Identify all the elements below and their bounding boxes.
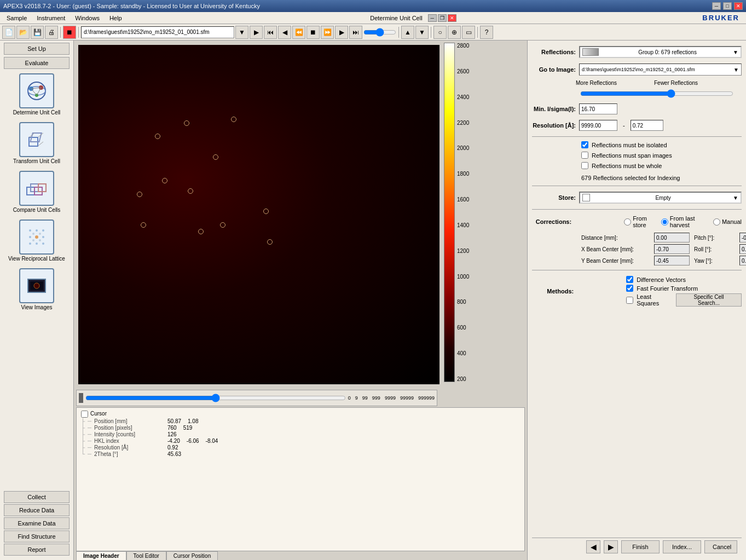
distance-input[interactable]	[654, 233, 690, 243]
setup-button[interactable]: Set Up	[4, 43, 70, 55]
back-nav-button[interactable]: ◀	[586, 540, 600, 553]
resolution-from-input[interactable]	[579, 120, 617, 131]
crosshair-tool[interactable]: ⊕	[448, 26, 461, 39]
separator-3	[398, 27, 399, 38]
menu-item-windows[interactable]: Windows	[71, 14, 104, 22]
resolution-to-input[interactable]	[631, 120, 663, 131]
roll-input[interactable]	[739, 244, 746, 254]
position-mm-x: 50.87	[167, 418, 181, 424]
sidebar-item-view-reciprocal[interactable]: View Reciprocal Lattice	[4, 217, 70, 264]
from-harvest-radio[interactable]	[661, 218, 668, 226]
window-restore-button[interactable]: ❐	[438, 14, 447, 22]
min-isigma-input[interactable]	[579, 103, 617, 114]
menu-item-help[interactable]: Help	[105, 14, 126, 22]
sidebar-item-view-images[interactable]: View Images	[4, 266, 70, 313]
pitch-input[interactable]	[739, 233, 746, 243]
from-store-option[interactable]: From store	[624, 215, 657, 228]
index-button[interactable]: Index...	[663, 540, 701, 553]
manual-option[interactable]: Manual	[713, 218, 742, 226]
dropdown-arrow[interactable]: ▼	[235, 26, 248, 39]
tab-cursor-position[interactable]: Cursor Position	[166, 551, 218, 560]
stop-frame-button[interactable]: ⏹	[307, 26, 320, 39]
skip-back-button[interactable]: ⏮	[264, 26, 277, 39]
help-button[interactable]: ?	[480, 26, 493, 39]
close-button[interactable]: ✕	[734, 2, 743, 10]
toolbar: 📄 📂 💾 🖨 ⏹ ▼ ▶ ⏮ ◀ ⏪ ⏹ ⏩ ▶ ⏭ ▲ ▼ ○ ⊕ ▭ ?	[0, 24, 746, 41]
report-button[interactable]: Report	[4, 544, 70, 556]
reflections-dropdown[interactable]: Group 0: 679 reflections ▼	[579, 46, 742, 58]
menu-item-sample[interactable]: Sample	[2, 14, 31, 22]
reflections-label: Reflections:	[532, 49, 576, 55]
reduce-data-button[interactable]: Reduce Data	[4, 504, 70, 516]
manual-radio[interactable]	[713, 218, 720, 226]
image-right-layout: 2800260024002200200018001600140012001000…	[74, 41, 746, 560]
open-button[interactable]: 📂	[16, 26, 30, 39]
file-path-input[interactable]	[81, 26, 234, 38]
goto-image-dropdown[interactable]: d:\frames\guest\m19252\mo_m19252_01_0001…	[579, 63, 742, 76]
scale-number: 2600	[457, 68, 469, 74]
skip-fwd-button[interactable]: ⏭	[349, 26, 362, 39]
timeline-area[interactable]: 0 9 99 999 9999 99999 999999	[76, 390, 437, 406]
cb-span[interactable]	[581, 152, 588, 159]
store-dropdown[interactable]: Empty ▼	[579, 192, 742, 204]
y-beam-input[interactable]	[654, 256, 690, 265]
cb-whole[interactable]	[581, 162, 588, 169]
reflection-dot	[198, 229, 204, 234]
least-squares-row[interactable]: Least Squares	[626, 293, 672, 307]
step-back-button[interactable]: ◀	[278, 26, 291, 39]
detector-image-container[interactable]	[78, 45, 439, 384]
rect-tool[interactable]: ▭	[462, 26, 475, 39]
maximize-button[interactable]: □	[723, 2, 732, 10]
circle-tool[interactable]: ○	[433, 26, 447, 39]
timeline-slider[interactable]	[85, 394, 346, 402]
methods-row: Methods: Difference Vectors Fast Fourier…	[532, 276, 742, 307]
fft-row[interactable]: Fast Fourier Transform	[626, 285, 742, 292]
down-button[interactable]: ▼	[415, 26, 429, 39]
hkl-h: -4.20	[167, 438, 180, 444]
finish-button[interactable]: Finish	[621, 540, 660, 553]
diff-vectors-row[interactable]: Difference Vectors	[626, 276, 742, 283]
window-close-button[interactable]: ✕	[448, 14, 456, 22]
isigma-slider[interactable]	[580, 89, 733, 98]
cb-isolated[interactable]	[581, 141, 588, 148]
sidebar-item-determine-unit-cell[interactable]: Determine Unit Cell	[4, 71, 70, 118]
stop-button[interactable]: ⏹	[63, 26, 76, 39]
cursor-checkbox[interactable]	[81, 411, 88, 418]
from-harvest-option[interactable]: From last harvest	[661, 215, 709, 228]
forward-nav-button[interactable]: ▶	[604, 540, 618, 553]
collect-button[interactable]: Collect	[4, 491, 70, 503]
sidebar-item-transform-unit-cell[interactable]: Transform Unit Cell	[4, 120, 70, 166]
examine-data-button[interactable]: Examine Data	[4, 517, 70, 529]
cb-fft[interactable]	[626, 285, 633, 292]
print-button[interactable]: 🖨	[45, 26, 58, 39]
new-button[interactable]: 📄	[2, 26, 15, 39]
menu-item-instrument[interactable]: Instrument	[32, 14, 70, 22]
svg-point-26	[32, 233, 34, 235]
save-button[interactable]: 💾	[31, 26, 44, 39]
minimize-button[interactable]: ─	[712, 2, 721, 10]
tab-image-header[interactable]: Image Header	[76, 551, 126, 560]
go-forward-button[interactable]: ▶	[250, 26, 263, 39]
yaw-input[interactable]	[739, 256, 746, 265]
cb-diff-vectors[interactable]	[626, 276, 633, 283]
find-structure-button[interactable]: Find Structure	[4, 530, 70, 542]
cancel-button[interactable]: Cancel	[704, 540, 737, 553]
x-beam-input[interactable]	[654, 244, 690, 254]
tab-tool-editor[interactable]: Tool Editor	[126, 551, 166, 560]
scale-9999: 9999	[383, 395, 398, 401]
cb-least-squares[interactable]	[626, 297, 633, 304]
step-fwd-button[interactable]: ▶	[335, 26, 348, 39]
evaluate-button[interactable]: Evaluate	[4, 57, 70, 69]
back-frame-button[interactable]: ⏪	[292, 26, 305, 39]
frame-slider[interactable]	[363, 28, 396, 37]
specific-cell-search-button[interactable]: Specific Cell Search...	[676, 293, 742, 307]
methods-label: Methods:	[532, 288, 574, 295]
window-min-button[interactable]: ─	[428, 14, 437, 22]
fwd-frame-button[interactable]: ⏩	[321, 26, 334, 39]
from-store-radio[interactable]	[624, 218, 631, 226]
up-button[interactable]: ▲	[401, 26, 414, 39]
sidebar-item-compare-unit-cells[interactable]: Compare Unit Cells	[4, 169, 70, 215]
hkl-k: -6.06	[187, 438, 199, 444]
corrections-row: Corrections: From store From last harves…	[532, 215, 742, 228]
position-mm-label: Position [mm]	[94, 418, 165, 424]
